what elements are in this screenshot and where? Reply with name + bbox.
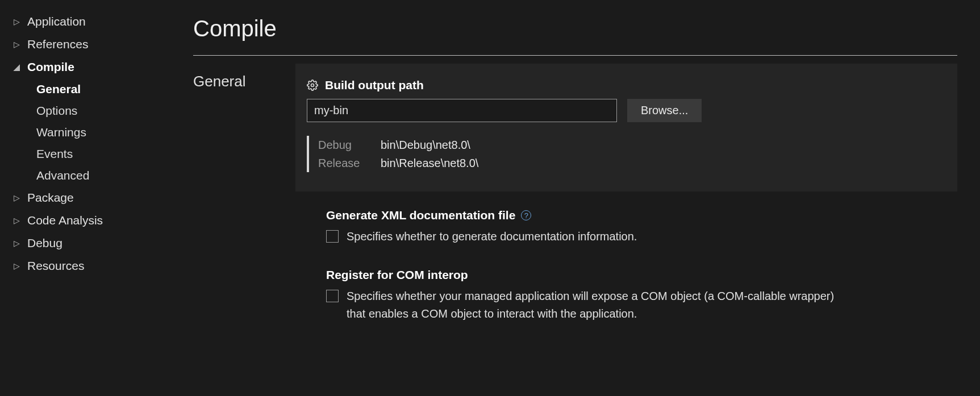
section-general: General Build output path Browse... xyxy=(193,64,957,345)
xml-doc-label: Generate XML documentation file xyxy=(326,209,515,222)
sidebar-label: Code Analysis xyxy=(27,214,103,227)
chevron-right-icon: ▷ xyxy=(14,17,22,26)
help-icon[interactable]: ? xyxy=(521,210,531,220)
divider xyxy=(193,55,957,56)
browse-button[interactable]: Browse... xyxy=(627,99,702,122)
sidebar-label: Options xyxy=(36,104,77,118)
sidebar-label: Events xyxy=(36,147,73,161)
sidebar-label: Application xyxy=(27,15,86,28)
build-output-label: Build output path xyxy=(325,78,424,92)
sidebar-item-options[interactable]: Options xyxy=(36,100,176,122)
com-interop-desc: Specifies whether your managed applicati… xyxy=(347,287,835,323)
build-output-panel: Build output path Browse... Debug bin\De… xyxy=(295,64,957,191)
sidebar-label: References xyxy=(27,37,88,51)
svg-point-0 xyxy=(311,84,314,87)
config-path: bin\Debug\net8.0\ xyxy=(381,136,470,154)
sidebar-item-package[interactable]: ▷ Package xyxy=(14,186,176,209)
gear-icon xyxy=(307,80,318,91)
main-content: Compile General Build output path Browse… xyxy=(176,0,980,396)
page-title: Compile xyxy=(193,16,957,41)
sidebar-item-resources[interactable]: ▷ Resources xyxy=(14,255,176,277)
xml-doc-section: Generate XML documentation file ? Specif… xyxy=(295,209,957,245)
sidebar-label: Resources xyxy=(27,259,84,273)
build-output-input[interactable] xyxy=(307,99,617,122)
sidebar-label: Debug xyxy=(27,236,62,250)
sidebar-label: General xyxy=(36,82,81,96)
config-block: Debug bin\Debug\net8.0\ Release bin\Rele… xyxy=(307,136,938,172)
config-name: Release xyxy=(318,154,381,172)
sidebar-label: Warnings xyxy=(36,126,86,139)
chevron-right-icon: ▷ xyxy=(14,216,22,225)
section-label: General xyxy=(193,64,295,345)
config-name: Debug xyxy=(318,136,381,154)
sidebar-item-events[interactable]: Events xyxy=(36,143,176,165)
com-interop-checkbox[interactable] xyxy=(326,290,339,302)
sidebar-label: Advanced xyxy=(36,169,89,182)
sidebar-item-warnings[interactable]: Warnings xyxy=(36,122,176,143)
sidebar-item-application[interactable]: ▷ Application xyxy=(14,10,176,33)
chevron-right-icon: ▷ xyxy=(14,193,22,202)
com-interop-section: Register for COM interop Specifies wheth… xyxy=(295,268,957,323)
chevron-right-icon: ▷ xyxy=(14,261,22,270)
sidebar-item-references[interactable]: ▷ References xyxy=(14,33,176,56)
config-path: bin\Release\net8.0\ xyxy=(381,154,478,172)
chevron-right-icon: ▷ xyxy=(14,40,22,49)
sidebar-item-debug[interactable]: ▷ Debug xyxy=(14,232,176,255)
com-interop-label: Register for COM interop xyxy=(326,268,468,282)
xml-doc-desc: Specifies whether to generate documentat… xyxy=(347,228,637,245)
sidebar-sub-compile: General Options Warnings Events Advanced xyxy=(14,78,176,186)
xml-doc-checkbox[interactable] xyxy=(326,230,339,243)
sidebar-item-code-analysis[interactable]: ▷ Code Analysis xyxy=(14,209,176,232)
sidebar-label: Package xyxy=(27,191,74,205)
chevron-down-icon: ◢ xyxy=(14,62,22,72)
sidebar-item-advanced[interactable]: Advanced xyxy=(36,165,176,186)
sidebar-label: Compile xyxy=(27,60,74,74)
sidebar-item-compile[interactable]: ◢ Compile xyxy=(14,56,176,78)
chevron-right-icon: ▷ xyxy=(14,239,22,248)
sidebar-item-general[interactable]: General xyxy=(36,78,176,100)
sidebar: ▷ Application ▷ References ◢ Compile Gen… xyxy=(0,0,176,396)
